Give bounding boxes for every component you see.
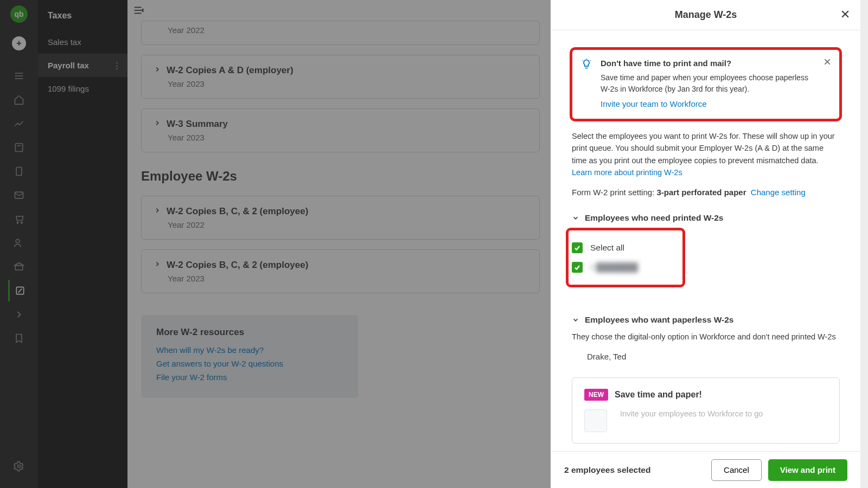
- promo-heading: Save time and paper!: [615, 390, 702, 400]
- document-icon: [584, 409, 607, 432]
- scrollbar-track: [860, 0, 868, 488]
- paperless-section-toggle[interactable]: Employees who want paperless W-2s: [572, 315, 840, 325]
- printed-section-toggle[interactable]: Employees who need printed W-2s: [572, 213, 840, 223]
- manage-w2s-drawer: Manage W-2s Don't have time to print and…: [551, 0, 860, 488]
- paperless-section: They chose the digital-only option in Wo…: [572, 332, 840, 361]
- tip-heading: Don't have time to print and mail?: [601, 59, 816, 68]
- drawer-footer: 2 employees selected Cancel View and pri…: [551, 451, 860, 488]
- select-all-label: Select all: [590, 243, 624, 253]
- svg-line-22: [590, 60, 591, 61]
- section-label: Employees who want paperless W-2s: [585, 315, 733, 325]
- dismiss-tip-icon[interactable]: [823, 57, 832, 68]
- blurb-text: Select the employees you want to print W…: [572, 132, 835, 165]
- cancel-button[interactable]: Cancel: [711, 459, 762, 481]
- employee-name: C███████: [590, 262, 638, 272]
- drawer-title: Manage W-2s: [675, 9, 737, 21]
- lightbulb-icon: [581, 59, 592, 72]
- paperless-employee: Drake, Ted: [587, 352, 840, 361]
- close-icon[interactable]: [840, 9, 851, 22]
- tip-body: Save time and paper when your employees …: [601, 72, 816, 95]
- modal-overlay[interactable]: [0, 0, 551, 488]
- selected-count: 2 employees selected: [564, 465, 650, 475]
- learn-more-link[interactable]: Learn more about printing W-2s: [572, 168, 682, 177]
- new-badge: NEW: [584, 389, 608, 401]
- tip-callout: Don't have time to print and mail? Save …: [572, 49, 840, 119]
- instruction-text: Select the employees you want to print W…: [572, 130, 840, 179]
- view-and-print-button[interactable]: View and print: [768, 459, 847, 481]
- promo-card: NEW Save time and paper! Invite your emp…: [572, 377, 840, 444]
- paperless-body: They chose the digital-only option in Wo…: [572, 332, 840, 341]
- section-label: Employees who need printed W-2s: [585, 213, 724, 223]
- invite-workforce-link[interactable]: Invite your team to Workforce: [601, 99, 707, 108]
- checkbox-checked-icon[interactable]: [572, 242, 583, 253]
- promo-body: Invite your employees to Workforce to go: [620, 409, 763, 418]
- drawer-body: Don't have time to print and mail? Save …: [551, 30, 860, 451]
- select-all-row[interactable]: Select all: [572, 238, 677, 258]
- setting-value: 3-part perforated paper: [656, 188, 746, 197]
- setting-label: Form W-2 print setting:: [572, 188, 656, 197]
- svg-line-21: [583, 60, 583, 61]
- print-setting-row: Form W-2 print setting: 3-part perforate…: [572, 188, 840, 197]
- employee-checklist: Select all C███████: [569, 230, 682, 285]
- change-setting-link[interactable]: Change setting: [751, 188, 806, 197]
- checkbox-checked-icon[interactable]: [572, 262, 583, 273]
- drawer-header: Manage W-2s: [551, 0, 860, 30]
- employee-row[interactable]: C███████: [572, 258, 677, 277]
